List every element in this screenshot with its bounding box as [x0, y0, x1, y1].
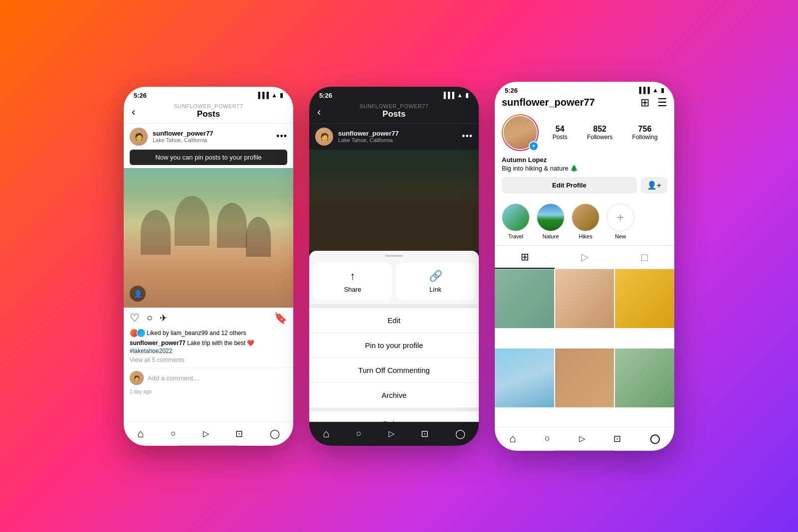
shop-nav-3[interactable]: ⊡ — [613, 433, 621, 444]
post-hashtag[interactable]: #laketahoe2022 — [130, 348, 172, 355]
profile-nav-1[interactable]: ◯ — [270, 428, 280, 439]
post-location-2: Lake Tahoe, California — [338, 137, 457, 143]
post-username-2[interactable]: sunflower_power77 — [338, 130, 457, 137]
highlight-travel[interactable]: Travel — [502, 203, 530, 239]
link-button-modal[interactable]: 🔗 Link — [396, 263, 475, 300]
followers-count[interactable]: 852 Followers — [587, 125, 612, 141]
comment-input-1[interactable]: Add a comment... — [148, 374, 287, 382]
signal-icon-3: ▐▐▐ — [637, 87, 650, 94]
highlight-new[interactable]: + New — [606, 203, 634, 239]
grid-photo-1[interactable] — [495, 269, 554, 329]
post-location-1: Lake Tahoe, California — [153, 137, 271, 143]
share-modal-icon: ↑ — [350, 270, 356, 283]
profile-nav-3[interactable]: ◯ — [650, 433, 660, 444]
grid-photo-3[interactable] — [615, 269, 674, 329]
nav-title-2: Posts — [383, 109, 405, 119]
phone-2: 5:26 ▐▐▐ ▲ ▮ ‹ SUNFLOWER_POWER77 Posts 🧑… — [309, 87, 479, 446]
delete-button[interactable]: Delete — [309, 411, 479, 422]
edit-button[interactable]: Edit — [309, 308, 479, 333]
phone3-content: sunflower_power77 ⊞ ☰ + 54 Posts — [495, 96, 674, 451]
grid-photo-6[interactable] — [615, 349, 674, 408]
comment-icon-1[interactable]: ○ — [147, 312, 153, 324]
liked-text: Liked by liam_beanz99 and 12 others — [147, 330, 246, 337]
reels-nav-3[interactable]: ▷ — [579, 434, 585, 443]
nav-username-small-2: SUNFLOWER_POWER77 — [360, 103, 429, 109]
menu-icon[interactable]: ☰ — [657, 96, 667, 109]
reels-nav-2[interactable]: ▷ — [389, 429, 395, 438]
edit-profile-button[interactable]: Edit Profile — [502, 177, 637, 193]
post-info-1: Liked by liam_beanz99 and 12 others sunf… — [124, 329, 293, 366]
turn-off-commenting-button[interactable]: Turn Off Commenting — [309, 358, 479, 383]
post-options-2[interactable]: ••• — [462, 131, 473, 142]
profile-name-row: sunflower_power77 ⊞ ☰ — [502, 96, 667, 109]
avatar-plus[interactable]: + — [529, 141, 539, 151]
archive-button[interactable]: Archive — [309, 383, 479, 407]
profile-nav-2[interactable]: ◯ — [455, 428, 465, 439]
commenter-avatar-img: 🧑 — [130, 371, 144, 385]
tab-grid[interactable]: ⊞ — [495, 246, 555, 269]
status-bar-phone1: 5:26 ▐▐▐ ▲ ▮ — [124, 87, 293, 101]
share-modal-label: Share — [344, 286, 362, 293]
person2 — [175, 196, 209, 246]
comment-row-1: 🧑 Add a comment... — [124, 367, 293, 388]
pin-button[interactable]: Pin to your profile — [309, 333, 479, 358]
post-img-bg — [124, 168, 293, 308]
post-time-1: 1 day ago — [124, 388, 293, 397]
nav-header-2: ‹ SUNFLOWER_POWER77 Posts — [309, 101, 479, 124]
home-nav-1[interactable]: ⌂ — [137, 427, 144, 440]
add-person-button[interactable]: 👤+ — [641, 177, 667, 193]
wifi-icon-1: ▲ — [271, 92, 277, 99]
shop-nav-1[interactable]: ⊡ — [235, 428, 243, 439]
profile-action-icons: ⊞ ☰ — [640, 96, 667, 109]
search-nav-2[interactable]: ○ — [356, 428, 362, 439]
post-user-info-1: sunflower_power77 Lake Tahoe, California — [153, 130, 271, 143]
home-nav-3[interactable]: ⌂ — [509, 432, 516, 445]
home-indicator-1 — [179, 445, 238, 446]
caption-username[interactable]: sunflower_power77 — [130, 340, 186, 347]
posts-count[interactable]: 54 Posts — [553, 125, 568, 141]
post-options-1[interactable]: ••• — [276, 131, 287, 142]
post-image-1: 👤 — [124, 168, 293, 308]
person1 — [141, 210, 171, 255]
post-image-2 — [309, 150, 479, 251]
tab-tagged[interactable]: ◻ — [614, 246, 674, 269]
bookmark-icon-1[interactable]: 🔖 — [274, 312, 287, 325]
profile-avatar-large[interactable]: + — [502, 114, 539, 151]
avatar-2[interactable]: 🧑 — [315, 128, 333, 146]
status-time-2: 5:26 — [319, 92, 332, 99]
nav-title-1: Posts — [197, 109, 220, 119]
like-icon-1[interactable]: ♡ — [130, 312, 140, 325]
avatar-1[interactable]: 🧑 — [130, 128, 148, 146]
pin-tooltip: Now you can pin posts to your profile — [130, 150, 287, 165]
post-username-1[interactable]: sunflower_power77 — [153, 130, 271, 137]
tab-reels[interactable]: ▷ — [555, 246, 614, 269]
highlight-nature[interactable]: Nature — [537, 203, 565, 239]
home-nav-2[interactable]: ⌂ — [323, 427, 329, 440]
followers-num: 852 — [593, 125, 606, 134]
shop-nav-2[interactable]: ⊡ — [421, 428, 428, 439]
spacer-1 — [124, 397, 293, 421]
grid-photo-5[interactable] — [555, 349, 614, 408]
modal-sheet: ↑ Share 🔗 Link Edit Pin to your profile … — [309, 251, 479, 422]
highlight-hikes[interactable]: Hikes — [572, 203, 599, 239]
highlight-img-nature — [537, 204, 564, 231]
share-icon-1[interactable]: ✈ — [160, 313, 167, 324]
profile-header: sunflower_power77 ⊞ ☰ + 54 Posts — [495, 96, 674, 203]
nav-username-small-1: SUNFLOWER_POWER77 — [174, 103, 243, 109]
view-comments-1[interactable]: View all 5 comments — [130, 356, 287, 363]
share-button-modal[interactable]: ↑ Share — [313, 263, 392, 300]
search-nav-3[interactable]: ○ — [545, 433, 550, 444]
following-count[interactable]: 756 Following — [632, 125, 658, 141]
search-nav-1[interactable]: ○ — [171, 428, 176, 439]
grid-photo-4[interactable] — [495, 349, 554, 408]
profile-counts: 54 Posts 852 Followers 756 Following — [543, 125, 667, 141]
back-button-1[interactable]: ‹ — [132, 107, 135, 118]
bottom-nav-3: ⌂ ○ ▷ ⊡ ◯ — [495, 427, 674, 448]
highlight-label-new: New — [615, 233, 626, 239]
status-bar-phone2: 5:26 ▐▐▐ ▲ ▮ — [309, 87, 479, 101]
reels-nav-1[interactable]: ▷ — [203, 429, 209, 438]
add-content-icon[interactable]: ⊞ — [640, 96, 649, 109]
grid-photo-2[interactable] — [555, 269, 614, 329]
back-button-2[interactable]: ‹ — [317, 107, 321, 118]
link-modal-icon: 🔗 — [429, 270, 442, 283]
